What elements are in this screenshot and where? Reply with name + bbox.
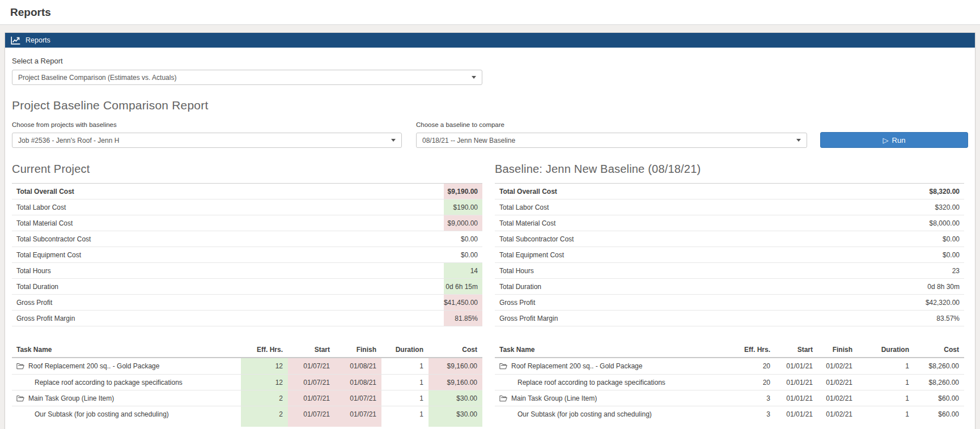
summary-label: Total Duration xyxy=(495,279,926,294)
task-cost-cell: $30.00 xyxy=(429,390,482,406)
current-project-column: Current Project Total Overall Cost $9,19… xyxy=(12,163,482,427)
summary-row: Gross Profit $41,450.00 xyxy=(12,295,482,311)
current-project-heading: Current Project xyxy=(12,163,482,176)
caret-down-icon xyxy=(796,139,801,142)
task-start-cell: 01/01/21 xyxy=(775,406,818,422)
task-name-cell: Roof Replacement 200 sq.. - Gold Package xyxy=(12,358,241,374)
column-header-start: Start xyxy=(288,346,335,354)
task-duration-cell: 1 xyxy=(381,390,429,406)
task-start-cell: 01/01/21 xyxy=(775,358,818,374)
report-select-value: Project Baseline Comparison (Estimates v… xyxy=(18,74,176,82)
task-finish-cell: 01/08/21 xyxy=(335,375,381,390)
play-icon: ▷ xyxy=(883,137,889,144)
summary-label: Total Subcontractor Cost xyxy=(12,231,444,247)
baseline-column: Baseline: Jenn New Baseline (08/18/21) T… xyxy=(495,163,964,427)
summary-label: Total Labor Cost xyxy=(12,199,444,215)
task-duration-cell: 1 xyxy=(381,375,429,390)
task-start-cell: 01/07/21 xyxy=(288,406,335,422)
task-eff-hrs-cell: 12 xyxy=(241,358,288,374)
task-finish-cell: 01/07/21 xyxy=(335,406,381,422)
summary-value: $8,320.00 xyxy=(926,184,964,199)
summary-row: Total Overall Cost $9,190.00 xyxy=(12,184,482,199)
task-finish-cell: 01/02/21 xyxy=(818,390,858,406)
summary-value: 83.57% xyxy=(926,311,964,326)
folder-open-icon xyxy=(16,363,24,369)
summary-row: Total Material Cost $9,000.00 xyxy=(12,215,482,231)
task-cost-cell: $8,260.00 xyxy=(914,358,964,374)
comparison-columns: Current Project Total Overall Cost $9,19… xyxy=(12,163,968,427)
summary-row: Total Hours 14 xyxy=(12,263,482,279)
summary-label: Total Material Cost xyxy=(12,215,444,231)
run-button[interactable]: ▷ Run xyxy=(820,132,968,148)
baseline-select[interactable]: 08/18/21 -- Jenn New Baseline xyxy=(416,133,807,148)
summary-value: $0.00 xyxy=(926,231,964,247)
summary-row: Total Overall Cost $8,320.00 xyxy=(495,184,964,199)
task-cost-cell: $30.00 xyxy=(429,406,482,422)
caret-down-icon xyxy=(391,139,396,142)
project-select-value: Job #2536 - Jenn's Roof - Jenn H xyxy=(18,137,119,145)
task-eff-hrs-cell: 20 xyxy=(736,358,775,374)
column-header-eff-hrs: Eff. Hrs. xyxy=(736,346,775,354)
task-row: Replace roof according to package specif… xyxy=(12,374,482,390)
summary-value: 23 xyxy=(926,263,964,278)
summary-value: $41,450.00 xyxy=(444,295,482,310)
project-select[interactable]: Job #2536 - Jenn's Roof - Jenn H xyxy=(12,133,402,148)
summary-value: $320.00 xyxy=(926,199,964,215)
baseline-select-value: 08/18/21 -- Jenn New Baseline xyxy=(422,137,515,145)
summary-row: Total Equipment Cost $0.00 xyxy=(495,247,964,263)
summary-label: Total Duration xyxy=(12,279,444,294)
task-cost-cell: $9,160.00 xyxy=(429,375,482,390)
column-header-cost: Cost xyxy=(429,346,482,354)
summary-value: $0.00 xyxy=(444,247,482,262)
baseline-summary-table: Total Overall Cost $8,320.00 Total Labor… xyxy=(495,183,964,326)
report-select[interactable]: Project Baseline Comparison (Estimates v… xyxy=(12,70,482,85)
task-name: Our Subtask (for job costing and schedul… xyxy=(35,410,169,418)
caret-down-icon xyxy=(472,76,476,79)
task-duration-cell: 1 xyxy=(858,390,914,406)
summary-row: Total Labor Cost $320.00 xyxy=(495,199,964,215)
reports-panel-header: Reports xyxy=(5,33,975,48)
task-cost-cell: $9,160.00 xyxy=(429,358,482,374)
summary-value: 81.85% xyxy=(444,311,482,326)
summary-row: Total Material Cost $8,000.00 xyxy=(495,215,964,231)
column-header-eff-hrs: Eff. Hrs. xyxy=(241,346,288,354)
report-heading: Project Baseline Comparison Report xyxy=(12,99,968,112)
table-footer-pad xyxy=(12,422,482,427)
task-row: Our Subtask (for job costing and schedul… xyxy=(12,406,482,422)
summary-row: Total Duration 0d 6h 15m xyxy=(12,279,482,295)
chart-line-icon xyxy=(11,36,20,45)
task-start-cell: 01/07/21 xyxy=(288,358,335,374)
reports-panel: Reports Select a Report Project Baseline… xyxy=(5,32,975,429)
summary-row: Total Equipment Cost $0.00 xyxy=(12,247,482,263)
summary-value: 14 xyxy=(444,263,482,278)
report-select-label: Select a Report xyxy=(12,57,968,65)
task-name: Our Subtask (for job costing and schedul… xyxy=(517,410,652,418)
task-eff-hrs-cell: 2 xyxy=(241,406,288,422)
summary-value: 0d 8h 30m xyxy=(926,279,964,294)
summary-value: $0.00 xyxy=(926,247,964,262)
summary-value: $190.00 xyxy=(444,199,482,215)
summary-label: Gross Profit xyxy=(495,295,926,310)
summary-label: Total Overall Cost xyxy=(12,184,444,199)
report-controls: Choose from projects with baselines Job … xyxy=(12,121,968,148)
task-eff-hrs-cell: 12 xyxy=(241,375,288,390)
summary-row: Gross Profit $42,320.00 xyxy=(495,295,964,311)
column-header-task-name: Task Name xyxy=(495,346,736,354)
task-table-header: Task Name Eff. Hrs. Start Finish Duratio… xyxy=(12,342,482,358)
summary-label: Total Labor Cost xyxy=(495,199,926,215)
task-finish-cell: 01/07/21 xyxy=(335,390,381,406)
page-header: Reports xyxy=(0,0,980,25)
page-title: Reports xyxy=(10,6,51,19)
task-name: Roof Replacement 200 sq.. - Gold Package xyxy=(28,362,159,370)
summary-value: $9,190.00 xyxy=(444,184,482,199)
column-header-task-name: Task Name xyxy=(12,346,241,354)
task-name-cell: Our Subtask (for job costing and schedul… xyxy=(12,406,241,422)
task-cost-cell: $60.00 xyxy=(914,406,964,422)
task-start-cell: 01/01/21 xyxy=(775,390,818,406)
task-cost-cell: $60.00 xyxy=(914,390,964,406)
folder-open-icon xyxy=(499,395,507,402)
baseline-select-group: Choose a baseline to compare 08/18/21 --… xyxy=(416,121,807,148)
task-row: Main Task Group (Line Item) 2 01/07/21 0… xyxy=(12,390,482,406)
task-duration-cell: 1 xyxy=(381,406,429,422)
folder-open-icon xyxy=(16,395,24,402)
